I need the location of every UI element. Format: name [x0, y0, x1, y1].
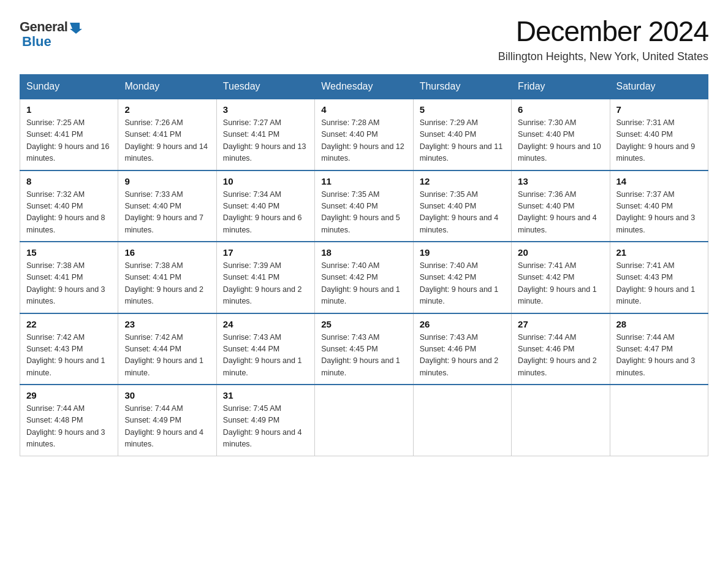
day-info: Sunrise: 7:29 AMSunset: 4:40 PMDaylight:…	[420, 117, 505, 165]
table-row: 4 Sunrise: 7:28 AMSunset: 4:40 PMDayligh…	[315, 99, 413, 170]
day-number: 15	[26, 247, 112, 258]
header-monday: Monday	[118, 75, 216, 99]
svg-marker-0	[70, 23, 82, 34]
table-row	[512, 385, 610, 456]
table-row: 23 Sunrise: 7:42 AMSunset: 4:44 PMDaylig…	[118, 313, 216, 385]
day-number: 7	[616, 104, 702, 115]
day-number: 23	[124, 319, 210, 329]
day-info: Sunrise: 7:31 AMSunset: 4:40 PMDaylight:…	[616, 117, 702, 165]
day-info: Sunrise: 7:44 AMSunset: 4:49 PMDaylight:…	[124, 403, 210, 451]
day-info: Sunrise: 7:26 AMSunset: 4:41 PMDaylight:…	[124, 117, 210, 165]
day-number: 12	[420, 176, 505, 186]
logo: General Blue	[20, 20, 82, 49]
header-sunday: Sunday	[20, 75, 118, 99]
day-info: Sunrise: 7:32 AMSunset: 4:40 PMDaylight:…	[26, 189, 112, 237]
table-row	[610, 385, 708, 456]
day-number: 4	[321, 104, 406, 115]
day-info: Sunrise: 7:27 AMSunset: 4:41 PMDaylight:…	[223, 117, 308, 165]
day-number: 27	[518, 319, 603, 329]
table-row: 24 Sunrise: 7:43 AMSunset: 4:44 PMDaylig…	[216, 313, 314, 385]
day-info: Sunrise: 7:44 AMSunset: 4:48 PMDaylight:…	[26, 403, 112, 451]
day-info: Sunrise: 7:36 AMSunset: 4:40 PMDaylight:…	[518, 189, 603, 237]
day-info: Sunrise: 7:44 AMSunset: 4:47 PMDaylight:…	[616, 332, 702, 380]
day-number: 17	[223, 247, 308, 258]
day-number: 6	[518, 104, 603, 115]
table-row: 10 Sunrise: 7:34 AMSunset: 4:40 PMDaylig…	[216, 170, 314, 242]
table-row: 20 Sunrise: 7:41 AMSunset: 4:42 PMDaylig…	[512, 242, 610, 313]
table-row	[413, 385, 511, 456]
table-row: 27 Sunrise: 7:44 AMSunset: 4:46 PMDaylig…	[512, 313, 610, 385]
day-number: 9	[124, 176, 210, 186]
title-section: December 2024 Billington Heights, New Yo…	[498, 15, 708, 63]
day-number: 20	[518, 247, 603, 258]
day-info: Sunrise: 7:35 AMSunset: 4:40 PMDaylight:…	[321, 189, 406, 237]
day-info: Sunrise: 7:25 AMSunset: 4:41 PMDaylight:…	[26, 117, 112, 165]
day-number: 2	[124, 104, 210, 115]
day-info: Sunrise: 7:42 AMSunset: 4:44 PMDaylight:…	[124, 332, 210, 380]
week-row-2: 8 Sunrise: 7:32 AMSunset: 4:40 PMDayligh…	[20, 170, 708, 242]
week-row-1: 1 Sunrise: 7:25 AMSunset: 4:41 PMDayligh…	[20, 99, 708, 170]
day-info: Sunrise: 7:38 AMSunset: 4:41 PMDaylight:…	[26, 260, 112, 308]
day-number: 10	[223, 176, 308, 186]
day-number: 30	[124, 390, 210, 400]
week-row-3: 15 Sunrise: 7:38 AMSunset: 4:41 PMDaylig…	[20, 242, 708, 313]
calendar-subtitle: Billington Heights, New York, United Sta…	[498, 50, 708, 63]
header-thursday: Thursday	[413, 75, 511, 99]
day-number: 8	[26, 176, 112, 186]
table-row: 11 Sunrise: 7:35 AMSunset: 4:40 PMDaylig…	[315, 170, 413, 242]
header-row: Sunday Monday Tuesday Wednesday Thursday…	[20, 75, 708, 99]
day-info: Sunrise: 7:43 AMSunset: 4:44 PMDaylight:…	[223, 332, 308, 380]
day-number: 29	[26, 390, 112, 400]
page-header: General Blue December 2024 Billington He…	[20, 15, 708, 63]
table-row: 6 Sunrise: 7:30 AMSunset: 4:40 PMDayligh…	[512, 99, 610, 170]
table-row: 29 Sunrise: 7:44 AMSunset: 4:48 PMDaylig…	[20, 385, 118, 456]
table-row: 14 Sunrise: 7:37 AMSunset: 4:40 PMDaylig…	[610, 170, 708, 242]
table-row: 8 Sunrise: 7:32 AMSunset: 4:40 PMDayligh…	[20, 170, 118, 242]
logo-text-general: General	[20, 20, 67, 34]
day-number: 1	[26, 104, 112, 115]
table-row	[315, 385, 413, 456]
day-info: Sunrise: 7:34 AMSunset: 4:40 PMDaylight:…	[223, 189, 308, 237]
calendar-title: December 2024	[498, 15, 708, 48]
table-row: 13 Sunrise: 7:36 AMSunset: 4:40 PMDaylig…	[512, 170, 610, 242]
day-info: Sunrise: 7:33 AMSunset: 4:40 PMDaylight:…	[124, 189, 210, 237]
header-tuesday: Tuesday	[216, 75, 314, 99]
day-number: 31	[223, 390, 308, 400]
table-row: 1 Sunrise: 7:25 AMSunset: 4:41 PMDayligh…	[20, 99, 118, 170]
day-number: 18	[321, 247, 406, 258]
table-row: 16 Sunrise: 7:38 AMSunset: 4:41 PMDaylig…	[118, 242, 216, 313]
day-info: Sunrise: 7:35 AMSunset: 4:40 PMDaylight:…	[420, 189, 505, 237]
day-number: 11	[321, 176, 406, 186]
day-info: Sunrise: 7:44 AMSunset: 4:46 PMDaylight:…	[518, 332, 603, 380]
table-row: 28 Sunrise: 7:44 AMSunset: 4:47 PMDaylig…	[610, 313, 708, 385]
table-row: 19 Sunrise: 7:40 AMSunset: 4:42 PMDaylig…	[413, 242, 511, 313]
day-info: Sunrise: 7:42 AMSunset: 4:43 PMDaylight:…	[26, 332, 112, 380]
day-info: Sunrise: 7:41 AMSunset: 4:42 PMDaylight:…	[518, 260, 603, 308]
day-info: Sunrise: 7:43 AMSunset: 4:45 PMDaylight:…	[321, 332, 406, 380]
day-info: Sunrise: 7:28 AMSunset: 4:40 PMDaylight:…	[321, 117, 406, 165]
day-number: 19	[420, 247, 505, 258]
logo-text-blue: Blue	[22, 34, 51, 49]
day-number: 3	[223, 104, 308, 115]
table-row: 9 Sunrise: 7:33 AMSunset: 4:40 PMDayligh…	[118, 170, 216, 242]
week-row-5: 29 Sunrise: 7:44 AMSunset: 4:48 PMDaylig…	[20, 385, 708, 456]
table-row: 12 Sunrise: 7:35 AMSunset: 4:40 PMDaylig…	[413, 170, 511, 242]
day-number: 26	[420, 319, 505, 329]
day-number: 5	[420, 104, 505, 115]
header-friday: Friday	[512, 75, 610, 99]
day-number: 14	[616, 176, 702, 186]
table-row: 5 Sunrise: 7:29 AMSunset: 4:40 PMDayligh…	[413, 99, 511, 170]
day-number: 13	[518, 176, 603, 186]
logo-arrow-icon	[69, 20, 82, 34]
header-wednesday: Wednesday	[315, 75, 413, 99]
table-row: 31 Sunrise: 7:45 AMSunset: 4:49 PMDaylig…	[216, 385, 314, 456]
table-row: 3 Sunrise: 7:27 AMSunset: 4:41 PMDayligh…	[216, 99, 314, 170]
day-info: Sunrise: 7:41 AMSunset: 4:43 PMDaylight:…	[616, 260, 702, 308]
day-number: 22	[26, 319, 112, 329]
table-row: 17 Sunrise: 7:39 AMSunset: 4:41 PMDaylig…	[216, 242, 314, 313]
table-row: 26 Sunrise: 7:43 AMSunset: 4:46 PMDaylig…	[413, 313, 511, 385]
day-info: Sunrise: 7:38 AMSunset: 4:41 PMDaylight:…	[124, 260, 210, 308]
day-info: Sunrise: 7:40 AMSunset: 4:42 PMDaylight:…	[420, 260, 505, 308]
day-info: Sunrise: 7:37 AMSunset: 4:40 PMDaylight:…	[616, 189, 702, 237]
header-saturday: Saturday	[610, 75, 708, 99]
